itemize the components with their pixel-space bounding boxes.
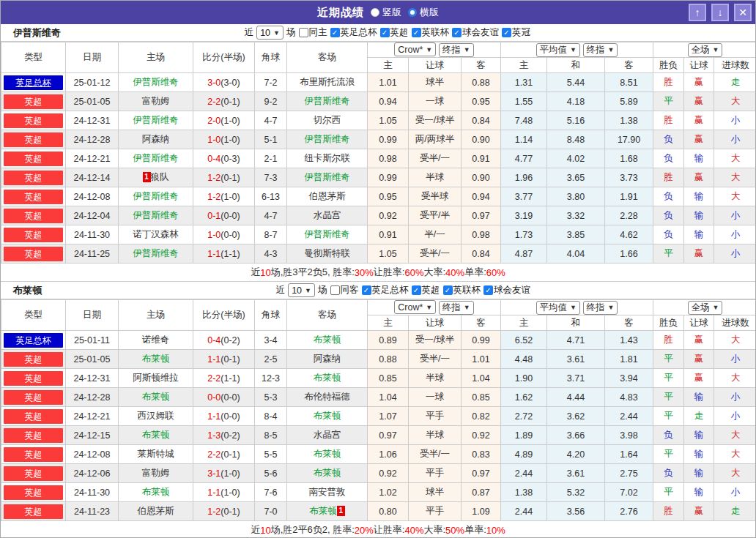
league-badge[interactable]: 英超 [4,152,63,166]
league-badge[interactable]: 英超 [4,485,63,500]
league-badge[interactable]: 英超 [4,190,63,204]
match-count-select[interactable]: 10 ▼ [288,283,315,297]
team-link[interactable]: 布莱顿 [314,373,341,383]
checkbox-checked-icon[interactable]: ✓ [412,285,421,295]
team-link[interactable]: 伊普斯维奇 [133,153,179,163]
team-link[interactable]: 阿斯顿维拉 [133,373,179,383]
team-link[interactable]: 布莱顿 [314,449,341,459]
scope-select[interactable]: 全场▼ [688,301,723,315]
league-badge[interactable]: 英超 [4,209,63,223]
team-link[interactable]: 布莱顿 [314,411,341,421]
league-badge[interactable]: 英超 [4,447,63,462]
team-link[interactable]: 伯恩茅斯 [138,506,174,516]
checkbox-checked-icon[interactable]: ✓ [443,285,453,295]
team-link[interactable]: 水晶宫 [314,210,341,220]
checkbox-checked-icon[interactable]: ✓ [483,285,493,295]
league-badge[interactable]: 英足总杯 [4,333,63,348]
team-link[interactable]: 布莱顿 [142,392,170,402]
league-badge[interactable]: 英超 [4,228,63,242]
league-filter-checkbox[interactable]: ✓英冠 [502,26,530,39]
layout-radio-vertical[interactable]: 竖版 [371,6,401,19]
checkbox-checked-icon[interactable]: ✓ [330,28,340,37]
same-venue-checkbox[interactable]: 同客 [330,284,359,296]
team-link[interactable]: 西汉姆联 [138,411,174,421]
team-link[interactable]: 伊普斯维奇 [133,210,179,220]
team-link[interactable]: 阿森纳 [314,354,341,364]
league-badge[interactable]: 英超 [4,504,63,519]
team-link[interactable]: 伊普斯维奇 [133,115,179,125]
league-badge[interactable]: 英足总杯 [4,75,63,90]
match-count-select[interactable]: 10 ▼ [256,26,284,40]
bookmaker-select[interactable]: Crow*▼ [394,300,436,314]
bookmaker-select[interactable]: Crow*▼ [394,42,436,56]
league-filter-checkbox[interactable]: ✓英联杯 [412,26,450,39]
league-badge[interactable]: 英超 [4,409,63,424]
league-filter-checkbox[interactable]: ✓英超 [412,284,440,296]
average-final-select[interactable]: 终指▼ [583,301,618,315]
team-link[interactable]: 伊普斯维奇 [133,77,179,87]
league-badge[interactable]: 英超 [4,466,63,481]
team-link[interactable]: 布莱顿 [142,354,170,364]
league-badge[interactable]: 英超 [4,132,63,147]
team-link[interactable]: 南安普敦 [309,487,346,497]
checkbox-checked-icon[interactable]: ✓ [502,28,511,37]
team-link[interactable]: 布莱顿 [314,468,341,478]
league-badge[interactable]: 英超 [4,171,63,185]
same-venue-checkbox[interactable]: 同主 [299,26,327,39]
close-button[interactable]: ✕ [734,4,752,21]
radio-checked-icon[interactable] [408,8,417,17]
league-filter-checkbox[interactable]: ✓英超 [380,26,409,39]
checkbox-checked-icon[interactable]: ✓ [412,28,421,37]
league-filter-checkbox[interactable]: ✓英足总杯 [330,26,377,39]
team-link[interactable]: 阿森纳 [142,134,170,144]
bookmaker-final-select[interactable]: 终指▼ [439,43,474,57]
team-link[interactable]: 伊普斯维奇 [304,96,350,106]
league-badge[interactable]: 英超 [4,371,63,386]
team-link[interactable]: 布莱顿 [142,487,170,497]
checkbox-checked-icon[interactable]: ✓ [452,28,462,37]
league-badge[interactable]: 英超 [4,390,63,405]
team-link[interactable]: 水晶宫 [314,430,341,440]
team-link[interactable]: 诺维奇 [142,335,170,345]
team-link[interactable]: 布伦特福德 [304,392,350,402]
team-link[interactable]: 布莱顿 [314,335,341,345]
league-badge[interactable]: 英超 [4,247,63,261]
team-link[interactable]: 莱斯特城 [138,449,174,459]
league-filter-checkbox[interactable]: ✓球会友谊 [483,284,530,296]
league-filter-checkbox[interactable]: ✓球会友谊 [452,26,499,39]
team-link[interactable]: 富勒姆 [142,468,170,478]
scope-select[interactable]: 全场▼ [688,43,723,57]
checkbox-checked-icon[interactable]: ✓ [362,285,371,295]
team-link[interactable]: 伊普斯维奇 [133,248,179,258]
bookmaker-final-select[interactable]: 终指▼ [439,301,474,315]
move-up-button[interactable]: ↑ [689,4,706,21]
team-link[interactable]: 伊普斯维奇 [304,134,350,144]
team-link[interactable]: 布莱顿 [142,430,170,440]
radio-unchecked-icon[interactable] [371,8,379,17]
team-link[interactable]: 富勒姆 [142,96,170,106]
average-select[interactable]: 平均值▼ [536,43,580,57]
league-filter-checkbox[interactable]: ✓英联杯 [443,284,481,296]
team-link[interactable]: 狼队 [151,172,169,182]
league-badge[interactable]: 英超 [4,352,63,367]
team-link[interactable]: 切尔西 [314,115,341,125]
league-badge[interactable]: 英超 [4,113,63,128]
team-link[interactable]: 伯恩茅斯 [309,191,346,201]
team-link[interactable]: 伊普斯维奇 [304,229,350,239]
checkbox-checked-icon[interactable]: ✓ [380,28,390,37]
team-link[interactable]: 伊普斯维奇 [133,191,179,201]
layout-radio-horizontal[interactable]: 横版 [408,6,439,19]
move-down-button[interactable]: ↓ [711,4,729,21]
team-link[interactable]: 布莱顿 [309,506,337,516]
checkbox-unchecked-icon[interactable] [299,28,308,37]
team-link[interactable]: 诺丁汉森林 [133,229,179,239]
team-link[interactable]: 伊普斯维奇 [304,172,350,182]
league-filter-checkbox[interactable]: ✓英足总杯 [362,284,409,296]
team-link[interactable]: 布里斯托流浪 [300,77,355,87]
average-select[interactable]: 平均值▼ [536,301,580,315]
league-badge[interactable]: 英超 [4,94,63,109]
average-final-select[interactable]: 终指▼ [583,43,618,57]
checkbox-unchecked-icon[interactable] [330,285,340,295]
team-link[interactable]: 纽卡斯尔联 [304,153,350,163]
team-link[interactable]: 曼彻斯特联 [304,248,350,258]
